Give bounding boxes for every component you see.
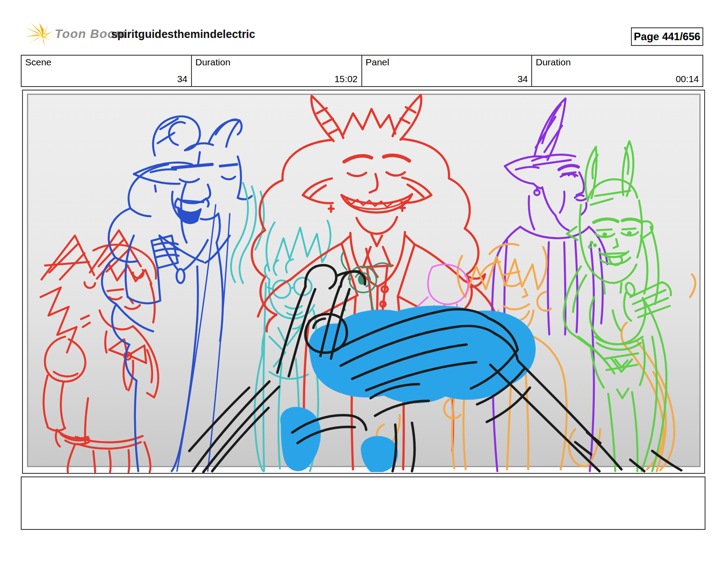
panel-label: Panel — [366, 57, 390, 68]
panel-sketch-drawing — [23, 91, 704, 473]
sketch-green-demon-woman — [564, 141, 671, 471]
scene-value: 34 — [177, 74, 187, 84]
project-title: spiritguidesthemindelectric — [111, 28, 255, 41]
page-number-badge: Page 441/656 — [631, 27, 703, 46]
storyboard-panel-frame — [22, 90, 705, 474]
panel-value: 34 — [518, 74, 528, 84]
scene-duration-cell: Duration 15:02 — [192, 56, 362, 86]
page-header: Toon Boom spiritguidesthemindelectric Pa… — [0, 21, 728, 49]
panel-duration-value: 00:14 — [675, 74, 699, 84]
sketch-red-demon-woman — [41, 230, 158, 472]
scene-duration-value: 15:02 — [334, 74, 358, 84]
panel-duration-label: Duration — [536, 57, 570, 68]
scene-label: Scene — [25, 57, 52, 68]
panel-cell: Panel 34 — [362, 56, 533, 86]
scene-info-table: Scene 34 Duration 15:02 Panel 34 Duratio… — [21, 55, 703, 87]
panel-duration-cell: Duration 00:14 — [532, 56, 702, 86]
scene-duration-label: Duration — [195, 57, 230, 68]
scene-cell: Scene 34 — [22, 56, 192, 86]
toonboom-logo-icon — [24, 23, 53, 49]
sketch-blue-demon — [102, 117, 252, 472]
panel-caption-box — [21, 476, 705, 530]
